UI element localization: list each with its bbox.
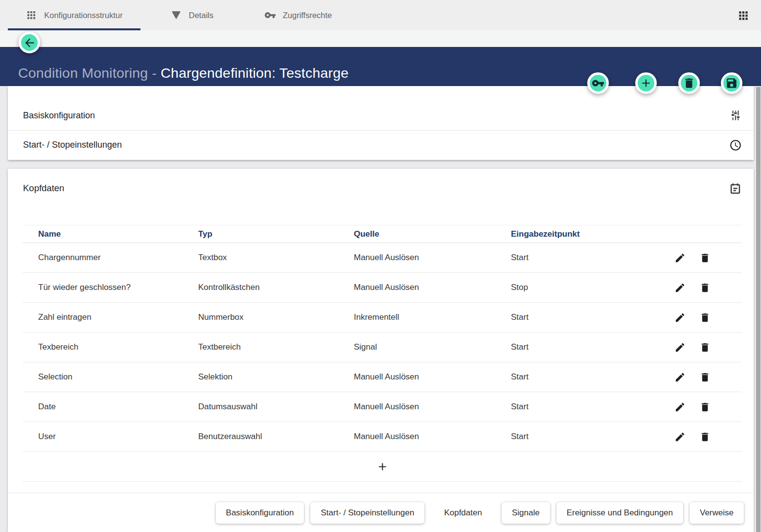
row-actions — [666, 401, 742, 413]
page-title-prefix: Condition Monitoring - — [18, 65, 161, 81]
section-label: Start- / Stopeinstellungen — [23, 140, 729, 150]
add-row-button[interactable] — [23, 452, 742, 482]
delete-button[interactable] — [678, 72, 700, 94]
footer-button-start-stopeinstellungen[interactable]: Start- / Stopeinstellungen — [310, 502, 424, 524]
cell-typ: Nummerbox — [198, 312, 354, 322]
column-header: Typ — [198, 229, 354, 239]
cell-eingabezeitpunkt: Start — [511, 402, 666, 412]
key-button[interactable] — [587, 72, 609, 94]
table-row: UserBenutzerauswahlManuell AuslösenStart — [23, 422, 742, 452]
plus-icon — [640, 77, 652, 89]
trash-icon[interactable] — [699, 282, 711, 293]
trash-icon[interactable] — [699, 431, 711, 443]
key-icon — [592, 77, 604, 89]
cell-typ: Textbox — [198, 253, 354, 263]
apps-grid-icon[interactable] — [737, 9, 750, 22]
save-button[interactable] — [721, 72, 742, 94]
cell-typ: Selektion — [198, 372, 354, 382]
clock-icon — [729, 139, 742, 152]
add-button[interactable] — [635, 72, 657, 94]
row-actions — [666, 282, 742, 293]
footer-button-kopfdaten[interactable]: Kopfdaten — [431, 502, 495, 524]
cell-typ: Textbereich — [198, 342, 354, 352]
cell-eingabezeitpunkt: Start — [511, 312, 666, 322]
trash-icon[interactable] — [699, 342, 711, 353]
table-row: ChargennummerTextboxManuell AuslösenStar… — [23, 243, 742, 273]
configuration-sections-card: BasiskonfigurationStart- / Stopeinstellu… — [8, 86, 754, 160]
kopfdaten-header: Kopfdaten — [23, 180, 742, 196]
top-tab-bar: KonfigurationsstrukturDetailsZugriffsrec… — [0, 0, 761, 30]
tab-label: Zugriffsrechte — [283, 11, 332, 20]
kopfdaten-table: NameTypQuelleEingabezeitpunkt Chargennum… — [23, 225, 742, 482]
edit-icon[interactable] — [674, 401, 686, 413]
trash-icon[interactable] — [699, 312, 711, 323]
cell-quelle: Signal — [354, 342, 511, 352]
cell-name: Texbereich — [38, 342, 198, 352]
kopfdaten-card: Kopfdaten NameTypQuelleEingabezeitpunkt … — [8, 169, 754, 532]
cell-eingabezeitpunkt: Start — [511, 372, 666, 382]
page-title: Condition Monitoring - Chargendefinition… — [18, 65, 348, 81]
cell-name: Zahl eintragen — [38, 312, 198, 322]
section-row-clock[interactable]: Start- / Stopeinstellungen — [8, 130, 754, 159]
trash-icon[interactable] — [699, 401, 711, 413]
tab-label: Details — [189, 11, 213, 20]
scrollbar[interactable] — [756, 87, 761, 532]
cell-quelle: Manuell Auslösen — [354, 372, 511, 382]
row-actions — [666, 372, 742, 383]
edit-icon[interactable] — [674, 252, 686, 264]
column-header: Eingabezeitpunkt — [511, 229, 666, 239]
tab-konfigurationsstruktur[interactable]: Konfigurationsstruktur — [8, 0, 140, 30]
edit-icon[interactable] — [674, 431, 686, 443]
tab-list: KonfigurationsstrukturDetailsZugriffsrec… — [8, 0, 353, 30]
row-actions — [666, 431, 742, 443]
cell-name: Selection — [38, 372, 198, 382]
cell-name: Tür wieder geschlossen? — [38, 283, 198, 292]
grid-icon — [25, 9, 37, 21]
kopfdaten-title: Kopfdaten — [23, 183, 729, 194]
funnel-icon — [170, 9, 182, 21]
calendar-icon — [729, 182, 742, 195]
cell-eingabezeitpunkt: Start — [511, 432, 666, 442]
edit-icon[interactable] — [674, 312, 686, 323]
back-button[interactable] — [19, 32, 40, 53]
table-header-row: NameTypQuelleEingabezeitpunkt — [23, 225, 742, 243]
table-row: TexbereichTextbereichSignalStart — [23, 332, 742, 362]
cell-typ: Benutzerauswahl — [198, 432, 354, 442]
save-icon — [725, 77, 738, 89]
row-actions — [666, 342, 742, 353]
footer-button-ereignisse-und-bedingungen[interactable]: Ereignisse und Bedingungen — [556, 502, 683, 524]
cell-name: User — [38, 432, 198, 442]
row-actions — [666, 312, 742, 323]
edit-icon[interactable] — [674, 342, 686, 353]
footer-button-basiskonfiguration[interactable]: Basiskonfiguration — [216, 502, 304, 524]
table-row: SelectionSelektionManuell AuslösenStart — [23, 362, 742, 392]
cell-quelle: Inkrementell — [354, 312, 511, 322]
page-title-main: Chargendefinition: Testcharge — [161, 65, 348, 81]
header-spacer — [0, 30, 761, 47]
cell-eingabezeitpunkt: Start — [511, 342, 666, 352]
cell-typ: Datumsauswahl — [198, 402, 354, 412]
table-row: Zahl eintragenNummerboxInkrementellStart — [23, 303, 742, 332]
cell-quelle: Manuell Auslösen — [354, 432, 511, 442]
table-row: Tür wieder geschlossen?KontrollkästchenM… — [23, 273, 742, 303]
cell-typ: Kontrollkästchen — [198, 283, 354, 292]
cell-quelle: Manuell Auslösen — [354, 253, 511, 263]
tab-details[interactable]: Details — [140, 0, 243, 30]
cell-quelle: Manuell Auslösen — [354, 402, 511, 412]
column-header: Quelle — [354, 229, 511, 239]
footer-button-verweise[interactable]: Verweise — [690, 502, 744, 524]
trash-icon[interactable] — [699, 252, 711, 264]
footer-button-signale[interactable]: Signale — [502, 502, 550, 524]
edit-icon[interactable] — [674, 282, 686, 293]
tab-label: Konfigurationsstruktur — [44, 11, 123, 20]
cell-name: Date — [38, 402, 198, 412]
section-row-sliders[interactable]: Basiskonfiguration — [8, 101, 754, 130]
cell-name: Chargennummer — [38, 253, 198, 263]
edit-icon[interactable] — [674, 372, 686, 383]
section-label: Basiskonfiguration — [23, 111, 729, 121]
column-header: Name — [38, 229, 198, 239]
cell-eingabezeitpunkt: Stop — [511, 283, 666, 292]
plus-icon — [376, 461, 389, 473]
tab-zugriffsrechte[interactable]: Zugriffsrechte — [243, 0, 353, 30]
trash-icon[interactable] — [699, 372, 711, 383]
